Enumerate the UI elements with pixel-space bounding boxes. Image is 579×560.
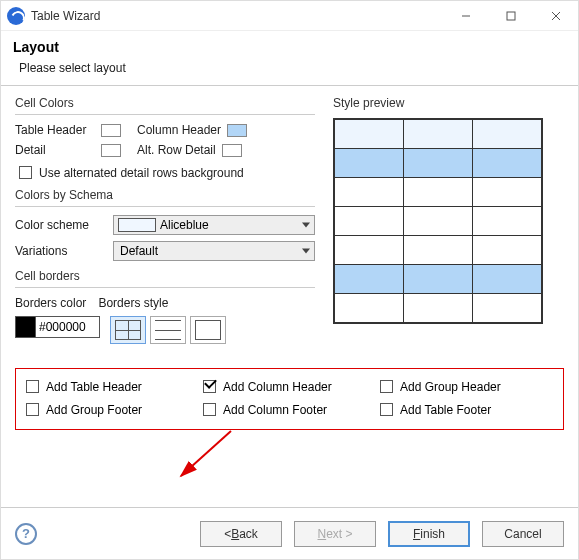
detail-color-swatch[interactable] [101, 144, 121, 157]
border-style-full[interactable] [110, 316, 146, 344]
borders-style-label: Borders style [98, 296, 168, 310]
chevron-down-icon [302, 249, 310, 254]
variations-value: Default [118, 244, 310, 258]
variations-label: Variations [15, 244, 105, 258]
variations-dropdown[interactable]: Default [113, 241, 315, 261]
color-scheme-dropdown[interactable]: Aliceblue [113, 215, 315, 235]
add-column-header-label: Add Column Header [223, 380, 332, 394]
chevron-down-icon [302, 223, 310, 228]
close-button[interactable] [533, 1, 578, 31]
border-color-swatch [16, 317, 36, 337]
page-subtitle: Please select layout [19, 61, 566, 75]
sections-checkbox-group: Add Table Header Add Column Header Add G… [15, 368, 564, 430]
add-table-footer-label: Add Table Footer [400, 403, 491, 417]
column-header-color-swatch[interactable] [227, 124, 247, 137]
finish-button[interactable]: Finish [388, 521, 470, 547]
back-button[interactable]: < Back [200, 521, 282, 547]
borders-group-label: Cell borders [15, 269, 315, 283]
add-group-header-checkbox[interactable] [380, 380, 393, 393]
border-color-input[interactable]: #000000 [15, 316, 100, 338]
window-title: Table Wizard [31, 9, 100, 23]
scheme-swatch [118, 218, 156, 232]
alternated-rows-checkbox[interactable] [19, 166, 32, 179]
style-preview [333, 118, 543, 324]
cell-colors-label: Cell Colors [15, 96, 315, 110]
minimize-button[interactable] [443, 1, 488, 31]
add-column-footer-label: Add Column Footer [223, 403, 327, 417]
annotation-arrow [121, 426, 241, 486]
wizard-button-bar: ? < Back Next > Finish Cancel [1, 507, 578, 559]
border-style-outer[interactable] [190, 316, 226, 344]
border-style-horizontal[interactable] [150, 316, 186, 344]
column-header-label: Column Header [137, 123, 221, 137]
table-wizard-window: Table Wizard Layout Please select layout… [0, 0, 579, 560]
table-header-color-swatch[interactable] [101, 124, 121, 137]
color-scheme-value: Aliceblue [156, 218, 310, 232]
content: Cell Colors Table Header Column Header D… [1, 86, 578, 507]
svg-rect-1 [507, 12, 515, 20]
add-group-header-label: Add Group Header [400, 380, 501, 394]
add-table-footer-checkbox[interactable] [380, 403, 393, 416]
next-button[interactable]: Next > [294, 521, 376, 547]
borders-color-label: Borders color [15, 296, 86, 310]
add-table-header-checkbox[interactable] [26, 380, 39, 393]
help-icon[interactable]: ? [15, 523, 37, 545]
page-header: Layout Please select layout [1, 31, 578, 86]
add-column-header-checkbox[interactable] [203, 380, 216, 393]
page-title: Layout [13, 39, 566, 55]
cancel-button[interactable]: Cancel [482, 521, 564, 547]
border-color-value: #000000 [36, 320, 99, 334]
schema-group-label: Colors by Schema [15, 188, 315, 202]
add-column-footer-checkbox[interactable] [203, 403, 216, 416]
svg-line-4 [181, 431, 231, 476]
color-scheme-label: Color scheme [15, 218, 105, 232]
maximize-button[interactable] [488, 1, 533, 31]
alt-row-detail-label: Alt. Row Detail [137, 143, 216, 157]
titlebar: Table Wizard [1, 1, 578, 31]
detail-label: Detail [15, 143, 95, 157]
table-header-label: Table Header [15, 123, 95, 137]
alternated-rows-label: Use alternated detail rows background [39, 166, 315, 180]
alt-row-detail-color-swatch[interactable] [222, 144, 242, 157]
style-preview-label: Style preview [333, 96, 564, 110]
add-group-footer-checkbox[interactable] [26, 403, 39, 416]
add-group-footer-label: Add Group Footer [46, 403, 142, 417]
add-table-header-label: Add Table Header [46, 380, 142, 394]
app-icon [7, 7, 25, 25]
